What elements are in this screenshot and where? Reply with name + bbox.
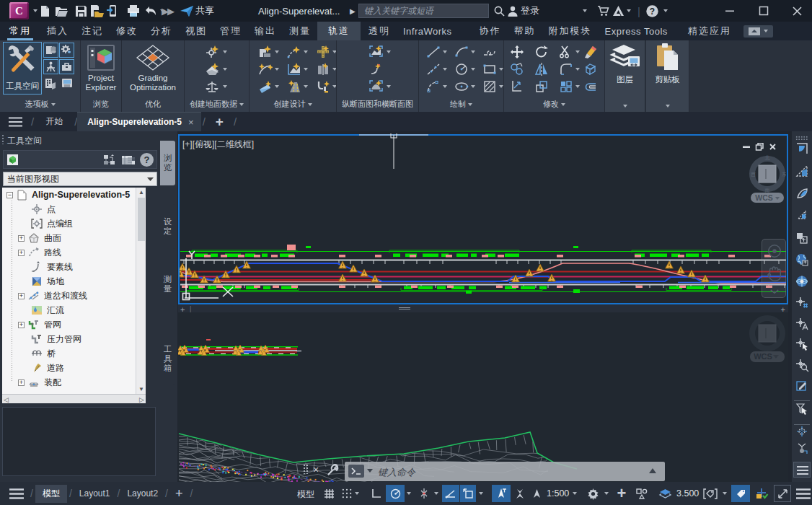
svg-text:东: 东 bbox=[782, 172, 786, 177]
svg-text:西: 西 bbox=[751, 172, 756, 177]
svg-text:南: 南 bbox=[765, 188, 770, 193]
svg-text:北: 北 bbox=[765, 155, 770, 161]
svg-text:?: ? bbox=[650, 6, 655, 16]
svg-text:WCS: WCS bbox=[754, 352, 772, 361]
